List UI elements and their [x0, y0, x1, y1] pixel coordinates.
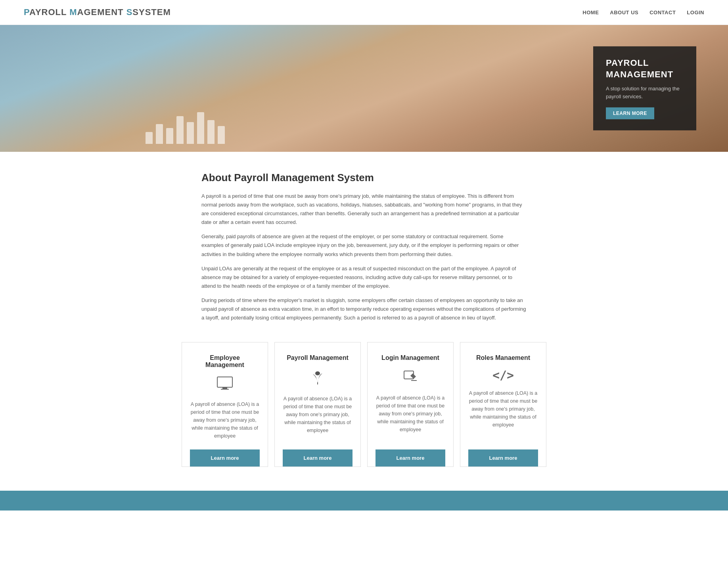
chart-bar-4: [176, 116, 184, 144]
about-heading: About Payroll Management System: [201, 172, 527, 184]
about-paragraph-3: Unpaid LOAs are generally at the request…: [201, 264, 527, 291]
card-roles-management: Roles Manaement </> A payroll of absence…: [460, 342, 546, 467]
svg-rect-0: [217, 377, 232, 387]
plant-icon: [310, 369, 325, 387]
card-employee-title: Employee Management: [190, 354, 260, 369]
svg-point-3: [315, 371, 320, 375]
card-payroll-desc: A payroll of absence (LOA) is a period o…: [283, 395, 353, 440]
card-roles-title: Roles Manaement: [476, 354, 530, 361]
svg-rect-2: [221, 389, 229, 390]
card-employee-desc: A payroll of absence (LOA) is a period o…: [190, 400, 260, 440]
card-employee-learn-more[interactable]: Learn more: [190, 449, 260, 467]
nav-item-login[interactable]: LOGIN: [687, 9, 704, 16]
logo-s: S: [126, 7, 133, 17]
chart-bar-8: [218, 126, 225, 144]
card-payroll-management: Payroll Management A payroll of absence …: [274, 342, 361, 467]
site-logo: PAYROLL MAGEMENT SSYSTEM: [24, 7, 171, 17]
chart-bar-2: [156, 124, 163, 144]
nav-item-about[interactable]: ABOUT US: [610, 9, 638, 16]
card-payroll-title: Payroll Management: [287, 354, 349, 361]
nav-item-contact[interactable]: CONTACT: [649, 9, 676, 16]
hero-section: PAYROLL MANAGEMENT A stop solution for m…: [0, 25, 728, 152]
hero-subtitle: A stop solution for managing the payroll…: [606, 85, 684, 100]
card-payroll-learn-more[interactable]: Learn more: [283, 449, 353, 467]
code-icon: </>: [492, 369, 514, 381]
monitor-icon: [217, 377, 233, 392]
nav-link-contact[interactable]: CONTACT: [649, 10, 676, 15]
nav-link-about[interactable]: ABOUT US: [610, 10, 638, 15]
footer: [0, 491, 728, 511]
chart-bar-6: [197, 112, 204, 144]
cards-section: Employee Management A payroll of absence…: [174, 342, 554, 467]
card-login-desc: A payroll of absence (LOA) is a period o…: [375, 394, 445, 440]
about-paragraph-2: Generally, paid payrolls of absence are …: [201, 232, 527, 258]
chart-bar-7: [207, 120, 215, 144]
svg-rect-1: [222, 387, 227, 389]
hero-title: PAYROLL MANAGEMENT: [606, 57, 684, 80]
about-paragraph-1: A payroll is a period of time that one m…: [201, 192, 527, 227]
chart-bar-1: [146, 132, 153, 144]
chart-bar-3: [166, 128, 173, 144]
card-roles-desc: A payroll of absence (LOA) is a period o…: [468, 389, 538, 440]
logo-m: M: [69, 7, 77, 17]
card-login-management: Login Management A payroll of absence (L…: [367, 342, 454, 467]
card-employee-management: Employee Management A payroll of absence…: [182, 342, 268, 467]
hero-charts-decoration: [146, 112, 225, 144]
nav-link-home[interactable]: HOME: [582, 10, 599, 15]
about-section: About Payroll Management System A payrol…: [186, 172, 542, 322]
nav-item-home[interactable]: HOME: [582, 9, 599, 16]
nav-links: HOME ABOUT US CONTACT LOGIN: [582, 9, 704, 16]
logo-p: P: [24, 7, 29, 17]
card-roles-learn-more[interactable]: Learn more: [468, 449, 538, 467]
navbar: PAYROLL MAGEMENT SSYSTEM HOME ABOUT US C…: [0, 0, 728, 25]
card-login-title: Login Management: [381, 354, 439, 361]
hero-overlay: PAYROLL MANAGEMENT A stop solution for m…: [593, 46, 696, 130]
hero-learn-more-button[interactable]: LEARN MORE: [606, 107, 654, 119]
edit-icon: [403, 369, 418, 386]
nav-link-login[interactable]: LOGIN: [687, 10, 704, 15]
chart-bar-5: [187, 122, 194, 144]
about-paragraph-4: During periods of time where the employe…: [201, 296, 527, 322]
card-login-learn-more[interactable]: Learn more: [375, 449, 445, 467]
